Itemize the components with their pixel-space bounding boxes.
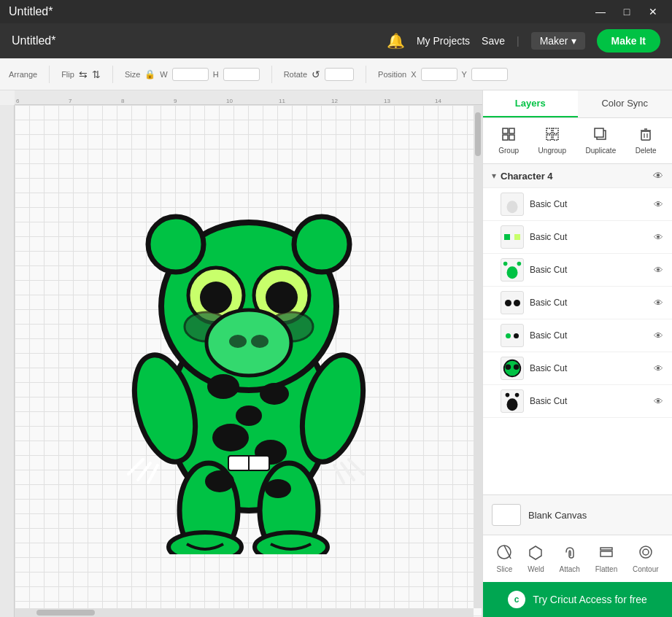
list-item[interactable]: Basic Cut 👁 bbox=[483, 385, 672, 418]
layer-name-label: Basic Cut bbox=[530, 363, 654, 373]
layer-thumbnail bbox=[501, 389, 524, 413]
svg-point-8 bbox=[148, 217, 204, 272]
layer-thumbnail bbox=[501, 258, 524, 282]
svg-point-69 bbox=[643, 549, 649, 555]
tab-layers[interactable]: Layers bbox=[483, 90, 578, 117]
svg-point-59 bbox=[507, 398, 518, 411]
svg-line-34 bbox=[334, 465, 344, 483]
canvas-scrollbar-v[interactable] bbox=[474, 105, 482, 608]
layer-visibility-icon[interactable]: 👁 bbox=[654, 232, 663, 243]
slice-button[interactable]: Slice bbox=[490, 541, 518, 576]
canvas-scrollbar-h[interactable] bbox=[15, 608, 474, 617]
svg-point-63 bbox=[498, 546, 511, 559]
flatten-button[interactable]: Flatten bbox=[590, 541, 624, 576]
main-area: 6 7 8 9 10 11 12 13 14 bbox=[0, 90, 672, 617]
panel-toolbar: Group Ungroup Duplicate Delete bbox=[483, 118, 672, 164]
layer-visibility-icon[interactable]: 👁 bbox=[654, 330, 663, 341]
flip-h-icon[interactable]: ⇆ bbox=[79, 69, 88, 80]
scroll-thumb-v[interactable] bbox=[475, 112, 481, 156]
svg-point-61 bbox=[506, 393, 510, 397]
layer-group-header[interactable]: ▾ Character 4 👁 bbox=[483, 164, 672, 188]
svg-line-64 bbox=[504, 546, 511, 559]
layer-thumbnail bbox=[501, 225, 524, 249]
right-panel: Layers Color Sync Group Ungroup bbox=[482, 90, 672, 617]
position-group: Position X Y bbox=[378, 68, 508, 81]
blank-canvas-label: Blank Canvas bbox=[528, 510, 587, 521]
layer-visibility-icon[interactable]: 👁 bbox=[654, 199, 663, 210]
notification-bell-icon[interactable]: 🔔 bbox=[387, 32, 405, 50]
cricut-logo-icon: c bbox=[508, 591, 525, 608]
svg-rect-66 bbox=[600, 548, 612, 550]
svg-rect-41 bbox=[547, 135, 552, 140]
list-item[interactable]: Basic Cut 👁 bbox=[483, 221, 672, 254]
svg-point-54 bbox=[503, 262, 508, 266]
duplicate-button[interactable]: Duplicate bbox=[580, 124, 622, 158]
group-icon bbox=[501, 127, 516, 145]
width-input[interactable] bbox=[172, 68, 209, 81]
svg-point-24 bbox=[205, 470, 234, 492]
make-it-button[interactable]: Make It bbox=[597, 29, 660, 53]
maximize-button[interactable]: □ bbox=[617, 1, 637, 22]
weld-button[interactable]: Weld bbox=[522, 541, 550, 576]
ruler-horizontal: 6 7 8 9 10 11 12 13 14 bbox=[15, 90, 482, 105]
close-button[interactable]: ✕ bbox=[643, 1, 663, 22]
delete-icon bbox=[638, 127, 653, 145]
svg-point-9 bbox=[294, 217, 349, 272]
flip-group: Flip ⇆ ⇅ bbox=[61, 69, 101, 80]
tab-color-sync[interactable]: Color Sync bbox=[578, 90, 673, 117]
canvas-grid[interactable] bbox=[15, 105, 482, 617]
delete-button[interactable]: Delete bbox=[630, 124, 663, 158]
rotate-input[interactable] bbox=[325, 68, 354, 81]
list-item[interactable]: Basic Cut 👁 bbox=[483, 352, 672, 385]
slice-icon bbox=[496, 544, 512, 564]
svg-line-33 bbox=[341, 463, 354, 480]
ruler-h-tick: 10 bbox=[225, 98, 233, 104]
height-input[interactable] bbox=[223, 68, 260, 81]
group-name-label: Character 4 bbox=[501, 171, 653, 182]
contour-button[interactable]: Contour bbox=[627, 541, 665, 576]
group-button[interactable]: Group bbox=[493, 124, 525, 158]
layer-visibility-icon[interactable]: 👁 bbox=[654, 363, 663, 374]
svg-rect-36 bbox=[509, 128, 514, 133]
canvas-area[interactable]: 6 7 8 9 10 11 12 13 14 bbox=[0, 90, 482, 617]
my-projects-link[interactable]: My Projects bbox=[417, 35, 470, 47]
svg-point-6 bbox=[255, 532, 328, 554]
ungroup-button[interactable]: Ungroup bbox=[533, 124, 572, 158]
rotate-icon[interactable]: ↺ bbox=[312, 69, 320, 80]
cricut-access-banner[interactable]: c Try Cricut Access for free bbox=[483, 582, 672, 617]
app-title: Untitled* bbox=[9, 5, 53, 18]
svg-point-52 bbox=[507, 266, 518, 279]
ungroup-icon bbox=[545, 127, 560, 145]
group-visibility-icon[interactable]: 👁 bbox=[653, 170, 663, 182]
height-label: H bbox=[213, 70, 219, 79]
list-item[interactable]: Basic Cut 👁 bbox=[483, 287, 672, 319]
list-item[interactable]: Basic Cut 👁 bbox=[483, 188, 672, 221]
list-item[interactable]: Basic Cut 👁 bbox=[483, 319, 672, 352]
width-label: W bbox=[160, 70, 167, 79]
layer-name-label: Basic Cut bbox=[530, 265, 654, 275]
duplicate-icon bbox=[593, 127, 608, 145]
blank-canvas-row[interactable]: Blank Canvas bbox=[483, 494, 672, 535]
minimize-button[interactable]: — bbox=[590, 1, 611, 22]
ruler-h-tick: 12 bbox=[330, 98, 338, 104]
scroll-thumb-h[interactable] bbox=[36, 610, 95, 616]
layer-visibility-icon[interactable]: 👁 bbox=[654, 265, 663, 276]
attach-button[interactable]: Attach bbox=[554, 541, 586, 576]
layer-visibility-icon[interactable]: 👁 bbox=[654, 298, 663, 308]
save-link[interactable]: Save bbox=[482, 35, 505, 47]
svg-point-26 bbox=[236, 405, 262, 426]
ruler-h-tick: 7 bbox=[67, 98, 72, 104]
svg-marker-65 bbox=[530, 546, 541, 559]
flip-v-icon[interactable]: ⇅ bbox=[92, 69, 101, 80]
title-bar: Untitled* — □ ✕ bbox=[0, 0, 672, 23]
app-header: Untitled* 🔔 My Projects Save | Maker ▾ M… bbox=[0, 23, 672, 58]
maker-selector[interactable]: Maker ▾ bbox=[531, 32, 585, 50]
ruler-h-tick: 11 bbox=[277, 98, 285, 104]
pos-y-input[interactable] bbox=[471, 68, 508, 81]
layer-thumbnail bbox=[501, 291, 524, 314]
character-illustration bbox=[103, 168, 395, 554]
layer-visibility-icon[interactable]: 👁 bbox=[654, 396, 663, 407]
svg-line-28 bbox=[138, 463, 150, 480]
list-item[interactable]: Basic Cut 👁 bbox=[483, 254, 672, 287]
pos-x-input[interactable] bbox=[421, 68, 457, 81]
